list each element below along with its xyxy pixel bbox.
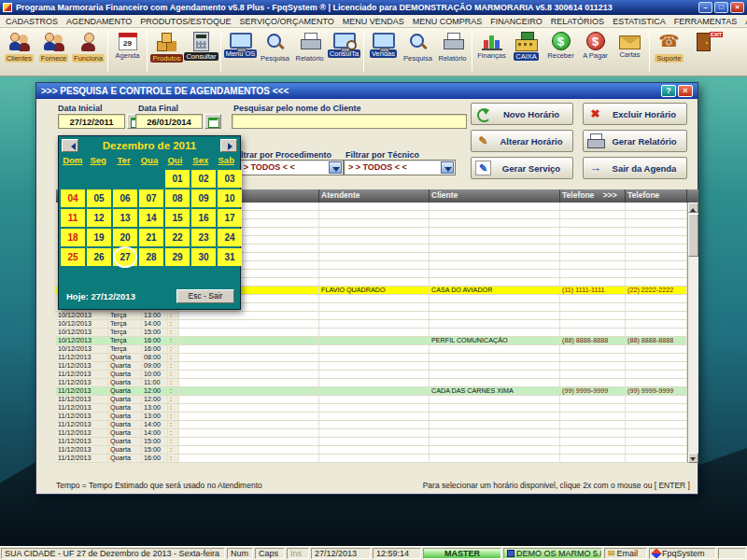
calendar-day-07[interactable]: 07 bbox=[139, 189, 163, 207]
toolbar-button-relato-rio[interactable]: Relatório bbox=[292, 29, 327, 75]
calendar-day-15[interactable]: 15 bbox=[165, 209, 190, 227]
menu-item-menu-compras[interactable]: MENU COMPRAS bbox=[413, 17, 483, 26]
calendar-day-11[interactable]: 11 bbox=[61, 209, 85, 227]
toolbar-button-caixa[interactable]: CAIXA bbox=[509, 29, 543, 75]
menu-item-produtos-estoque[interactable]: PRODUTOS/ESTOQUE bbox=[140, 17, 231, 26]
data-final-calendar-button[interactable] bbox=[204, 114, 221, 129]
column-header[interactable]: Telefone bbox=[626, 189, 687, 203]
toolbar-button-exit[interactable]: EXIT bbox=[686, 29, 721, 75]
novo-hora-rio-button[interactable]: Novo Horário bbox=[471, 103, 573, 125]
data-inicial-input[interactable] bbox=[58, 114, 125, 129]
excluir-hora-rio-button[interactable]: ✖Excluir Horário bbox=[583, 103, 687, 125]
calendar-day-19[interactable]: 19 bbox=[87, 229, 111, 246]
menu-item-estatistica[interactable]: ESTATISTICA bbox=[613, 17, 666, 26]
toolbar-button-consultar[interactable]: Consultar bbox=[184, 29, 218, 75]
scroll-down-icon[interactable] bbox=[688, 453, 698, 463]
table-scrollbar[interactable] bbox=[687, 203, 698, 463]
calendar-day-02[interactable]: 02 bbox=[191, 170, 216, 188]
calendar-day-25[interactable]: 25 bbox=[61, 248, 85, 266]
calendar-prev-button[interactable] bbox=[62, 139, 78, 152]
menu-item-agendamento[interactable]: AGENDAMENTO bbox=[66, 17, 132, 26]
window-close-button[interactable]: × bbox=[678, 85, 693, 97]
gerar-servic-o-button[interactable]: ✎Gerar Serviço bbox=[471, 157, 573, 179]
calendar-day-12[interactable]: 12 bbox=[87, 209, 111, 227]
calendar-day-14[interactable]: 14 bbox=[139, 209, 163, 227]
table-row[interactable]: 11/12/2013Quarta10:00: bbox=[56, 371, 698, 379]
maximize-button[interactable]: □ bbox=[714, 2, 728, 13]
column-header[interactable]: Cliente bbox=[430, 189, 560, 203]
table-row[interactable]: 11/12/2013Quarta08:00: bbox=[56, 354, 698, 362]
table-row[interactable]: 11/12/2013Quarta15:00: bbox=[56, 438, 698, 446]
calendar-day-08[interactable]: 08 bbox=[165, 189, 190, 207]
table-row[interactable]: 11/12/2013Quarta14:00: bbox=[56, 429, 698, 438]
toolbar-button-financ-as[interactable]: Finanças bbox=[474, 29, 509, 75]
toolbar-button-relato-rio[interactable]: Relatório bbox=[435, 29, 470, 75]
toolbar-button-a-pagar[interactable]: $A Pagar bbox=[578, 29, 613, 75]
table-row[interactable]: 10/12/2013Terça16:00:PERFIL COMUNICAÇÃO(… bbox=[56, 337, 698, 345]
calendar-day-01[interactable]: 01 bbox=[165, 170, 190, 188]
toolbar-button-clientes[interactable]: Clientes bbox=[2, 29, 36, 75]
calendar-esc-button[interactable]: Esc - Sair bbox=[176, 289, 234, 303]
table-row[interactable]: 11/12/2013Quarta13:00: bbox=[56, 413, 698, 421]
chevron-down-icon[interactable] bbox=[441, 161, 454, 174]
sair-da-agenda-button[interactable]: →Sair da Agenda bbox=[583, 157, 687, 179]
scrollbar-thumb[interactable] bbox=[688, 214, 698, 257]
calendar-day-27[interactable]: 27 bbox=[113, 248, 137, 266]
table-row[interactable]: 11/12/2013Quarta09:00: bbox=[56, 362, 698, 371]
column-header[interactable]: Telefone >>> bbox=[560, 189, 626, 203]
toolbar-button-pesquisa[interactable]: Pesquisa bbox=[401, 29, 435, 75]
menu-item-menu-vendas[interactable]: MENU VENDAS bbox=[343, 17, 404, 26]
toolbar-button-produtos[interactable]: Produtos bbox=[149, 29, 184, 75]
search-input[interactable] bbox=[232, 114, 467, 129]
calendar-day-13[interactable]: 13 bbox=[113, 209, 137, 227]
menu-item-relato-rios[interactable]: RELATÓRIOS bbox=[551, 17, 604, 26]
calendar-day-03[interactable]: 03 bbox=[218, 170, 242, 188]
calendar-day-24[interactable]: 24 bbox=[218, 229, 242, 246]
menu-item-ferramentas[interactable]: FERRAMENTAS bbox=[674, 17, 737, 26]
calendar-day-26[interactable]: 26 bbox=[87, 248, 111, 266]
calendar-day-20[interactable]: 20 bbox=[113, 229, 137, 246]
calendar-day-06[interactable]: 06 bbox=[113, 189, 137, 207]
calendar-day-23[interactable]: 23 bbox=[191, 229, 216, 246]
toolbar-button-vendas[interactable]: Vendas bbox=[366, 29, 401, 75]
table-row[interactable]: 10/12/2013Terça13:00: bbox=[56, 312, 698, 320]
calendar-day-28[interactable]: 28 bbox=[139, 248, 163, 266]
table-row[interactable]: 11/12/2013Quarta16:00: bbox=[56, 455, 698, 463]
table-row[interactable]: 11/12/2013Quarta11:00: bbox=[56, 379, 698, 387]
toolbar-button-cartas[interactable]: Cartas bbox=[613, 29, 647, 75]
menu-item-financeiro[interactable]: FINANCEIRO bbox=[490, 17, 543, 26]
calendar-day-05[interactable]: 05 bbox=[87, 189, 111, 207]
toolbar-button-agenda[interactable]: 29Agenda bbox=[110, 29, 145, 75]
toolbar-button-fornece[interactable]: Fornece bbox=[36, 29, 71, 75]
menu-item-servic-o-orc-amento[interactable]: SERVIÇO/ORÇAMENTO bbox=[240, 17, 334, 26]
column-header[interactable]: Atendente bbox=[319, 189, 430, 203]
close-button[interactable]: × bbox=[730, 2, 744, 13]
alterar-hora-rio-button[interactable]: ✎Alterar Horário bbox=[471, 130, 573, 152]
calendar-day-29[interactable]: 29 bbox=[165, 248, 190, 266]
table-row[interactable]: 11/12/2013Quarta12:00: bbox=[56, 396, 698, 404]
table-row[interactable]: 11/12/2013Quarta15:00: bbox=[56, 446, 698, 455]
calendar-day-16[interactable]: 16 bbox=[191, 209, 216, 227]
calendar-day-04[interactable]: 04 bbox=[61, 189, 85, 207]
scroll-up-icon[interactable] bbox=[688, 203, 698, 213]
filter-tecnico-select[interactable]: > > TODOS < < bbox=[344, 160, 456, 175]
minimize-button[interactable]: – bbox=[698, 2, 712, 13]
toolbar-button-funciona[interactable]: Funciona bbox=[71, 29, 106, 75]
help-button[interactable]: ? bbox=[661, 85, 676, 97]
table-row[interactable]: 10/12/2013Terça16:00: bbox=[56, 345, 698, 354]
calendar-day-21[interactable]: 21 bbox=[139, 229, 163, 246]
filter-procedimento-select[interactable]: > > TODOS < < bbox=[232, 160, 344, 175]
menu-item-cadastros[interactable]: CADASTROS bbox=[6, 17, 58, 26]
toolbar-button-receber[interactable]: $Receber bbox=[543, 29, 578, 75]
calendar-day-31[interactable]: 31 bbox=[218, 248, 242, 266]
calendar-day-17[interactable]: 17 bbox=[218, 209, 242, 227]
calendar-day-22[interactable]: 22 bbox=[165, 229, 190, 246]
table-row[interactable]: 10/12/2013Terça15:00: bbox=[56, 329, 698, 337]
chevron-down-icon[interactable] bbox=[329, 161, 342, 174]
window-titlebar[interactable]: >>> PESQUISA E CONTROLE DE AGENDAMENTOS … bbox=[36, 83, 698, 99]
table-row[interactable]: 11/12/2013Quarta12:00:CADA DAS CARNES XI… bbox=[56, 387, 698, 396]
toolbar-button-consulta[interactable]: ConsulTa bbox=[327, 29, 361, 75]
table-row[interactable]: 11/12/2013Quarta14:00: bbox=[56, 421, 698, 429]
calendar-day-09[interactable]: 09 bbox=[191, 189, 216, 207]
calendar-next-button[interactable] bbox=[220, 139, 237, 152]
